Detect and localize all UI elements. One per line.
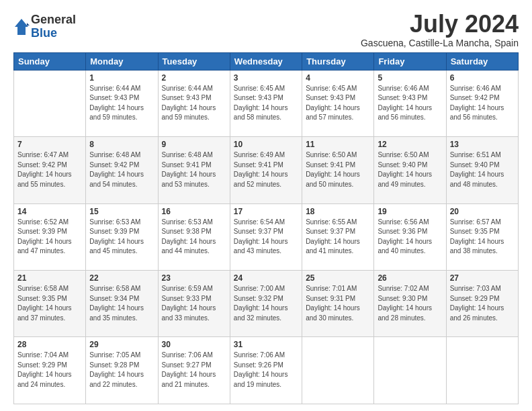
day-number: 19 bbox=[378, 207, 442, 216]
day-number: 1 bbox=[89, 73, 154, 83]
cell-info: Sunrise: 6:58 AM Sunset: 9:34 PM Dayligh… bbox=[89, 284, 154, 323]
calendar-header-row: Sunday Monday Tuesday Wednesday Thursday… bbox=[14, 52, 519, 70]
table-cell: 18Sunrise: 6:55 AM Sunset: 9:37 PM Dayli… bbox=[302, 203, 374, 270]
table-row: 14Sunrise: 6:52 AM Sunset: 9:39 PM Dayli… bbox=[14, 203, 519, 270]
table-cell: 23Sunrise: 6:59 AM Sunset: 9:33 PM Dayli… bbox=[158, 271, 230, 337]
cell-info: Sunrise: 6:44 AM Sunset: 9:43 PM Dayligh… bbox=[162, 84, 226, 123]
table-cell: 28Sunrise: 7:04 AM Sunset: 9:29 PM Dayli… bbox=[14, 337, 86, 404]
main-title: July 2024 bbox=[361, 11, 519, 38]
day-number: 11 bbox=[306, 140, 370, 149]
table-cell: 1Sunrise: 6:44 AM Sunset: 9:43 PM Daylig… bbox=[86, 70, 158, 136]
cell-info: Sunrise: 6:50 AM Sunset: 9:41 PM Dayligh… bbox=[306, 150, 370, 189]
day-number: 29 bbox=[89, 340, 154, 349]
table-cell: 15Sunrise: 6:53 AM Sunset: 9:39 PM Dayli… bbox=[86, 203, 158, 270]
table-cell: 19Sunrise: 6:56 AM Sunset: 9:36 PM Dayli… bbox=[374, 203, 446, 270]
day-number: 26 bbox=[378, 273, 442, 283]
cell-info: Sunrise: 7:06 AM Sunset: 9:26 PM Dayligh… bbox=[234, 351, 298, 390]
day-number: 4 bbox=[306, 73, 370, 83]
logo: General Blue bbox=[13, 13, 76, 40]
logo-general: General bbox=[31, 13, 76, 27]
cell-info: Sunrise: 6:52 AM Sunset: 9:39 PM Dayligh… bbox=[17, 218, 82, 257]
day-number: 21 bbox=[17, 273, 82, 283]
table-cell: 13Sunrise: 6:51 AM Sunset: 9:40 PM Dayli… bbox=[446, 137, 518, 203]
cell-info: Sunrise: 7:04 AM Sunset: 9:29 PM Dayligh… bbox=[17, 351, 82, 390]
day-number: 9 bbox=[162, 140, 226, 149]
table-cell: 12Sunrise: 6:50 AM Sunset: 9:40 PM Dayli… bbox=[374, 137, 446, 203]
cell-info: Sunrise: 6:54 AM Sunset: 9:37 PM Dayligh… bbox=[234, 218, 298, 257]
cell-info: Sunrise: 6:53 AM Sunset: 9:39 PM Dayligh… bbox=[89, 218, 154, 257]
day-number: 22 bbox=[89, 273, 154, 283]
col-friday: Friday bbox=[374, 52, 446, 70]
table-cell: 25Sunrise: 7:01 AM Sunset: 9:31 PM Dayli… bbox=[302, 271, 374, 337]
day-number: 25 bbox=[306, 273, 370, 283]
logo-blue: Blue bbox=[31, 27, 76, 40]
day-number: 2 bbox=[162, 73, 226, 83]
title-area: July 2024 Gascuena, Castille-La Mancha, … bbox=[361, 11, 519, 48]
page: General Blue July 2024 Gascuena, Castill… bbox=[0, 0, 532, 411]
cell-info: Sunrise: 6:47 AM Sunset: 9:42 PM Dayligh… bbox=[17, 150, 82, 189]
day-number: 17 bbox=[234, 207, 298, 216]
table-cell bbox=[302, 337, 374, 404]
day-number: 8 bbox=[89, 140, 154, 149]
cell-info: Sunrise: 6:44 AM Sunset: 9:43 PM Dayligh… bbox=[89, 84, 154, 123]
cell-info: Sunrise: 6:46 AM Sunset: 9:43 PM Dayligh… bbox=[378, 84, 442, 123]
table-cell: 21Sunrise: 6:58 AM Sunset: 9:35 PM Dayli… bbox=[14, 271, 86, 337]
cell-info: Sunrise: 6:48 AM Sunset: 9:41 PM Dayligh… bbox=[162, 150, 226, 189]
logo-text: General Blue bbox=[31, 13, 76, 40]
cell-info: Sunrise: 6:51 AM Sunset: 9:40 PM Dayligh… bbox=[450, 150, 515, 189]
cell-info: Sunrise: 6:53 AM Sunset: 9:38 PM Dayligh… bbox=[162, 218, 226, 257]
col-tuesday: Tuesday bbox=[158, 52, 230, 70]
table-cell: 22Sunrise: 6:58 AM Sunset: 9:34 PM Dayli… bbox=[86, 271, 158, 337]
table-cell: 8Sunrise: 6:48 AM Sunset: 9:42 PM Daylig… bbox=[86, 137, 158, 203]
cell-info: Sunrise: 7:03 AM Sunset: 9:29 PM Dayligh… bbox=[450, 284, 515, 323]
table-cell: 2Sunrise: 6:44 AM Sunset: 9:43 PM Daylig… bbox=[158, 70, 230, 136]
day-number: 7 bbox=[17, 140, 82, 149]
cell-info: Sunrise: 7:06 AM Sunset: 9:27 PM Dayligh… bbox=[162, 351, 226, 390]
cell-info: Sunrise: 6:57 AM Sunset: 9:35 PM Dayligh… bbox=[450, 218, 515, 257]
header: General Blue July 2024 Gascuena, Castill… bbox=[13, 11, 519, 48]
day-number: 15 bbox=[89, 207, 154, 216]
table-cell: 14Sunrise: 6:52 AM Sunset: 9:39 PM Dayli… bbox=[14, 203, 86, 270]
calendar-table: Sunday Monday Tuesday Wednesday Thursday… bbox=[13, 52, 519, 404]
table-cell bbox=[446, 337, 518, 404]
col-saturday: Saturday bbox=[446, 52, 518, 70]
cell-info: Sunrise: 6:45 AM Sunset: 9:43 PM Dayligh… bbox=[306, 84, 370, 123]
table-cell: 27Sunrise: 7:03 AM Sunset: 9:29 PM Dayli… bbox=[446, 271, 518, 337]
table-cell: 7Sunrise: 6:47 AM Sunset: 9:42 PM Daylig… bbox=[14, 137, 86, 203]
table-cell: 11Sunrise: 6:50 AM Sunset: 9:41 PM Dayli… bbox=[302, 137, 374, 203]
col-wednesday: Wednesday bbox=[230, 52, 302, 70]
day-number: 13 bbox=[450, 140, 515, 149]
day-number: 10 bbox=[234, 140, 298, 149]
table-cell: 5Sunrise: 6:46 AM Sunset: 9:43 PM Daylig… bbox=[374, 70, 446, 136]
cell-info: Sunrise: 6:56 AM Sunset: 9:36 PM Dayligh… bbox=[378, 218, 442, 257]
table-cell: 20Sunrise: 6:57 AM Sunset: 9:35 PM Dayli… bbox=[446, 203, 518, 270]
cell-info: Sunrise: 6:49 AM Sunset: 9:41 PM Dayligh… bbox=[234, 150, 298, 189]
day-number: 31 bbox=[234, 340, 298, 349]
cell-info: Sunrise: 6:45 AM Sunset: 9:43 PM Dayligh… bbox=[234, 84, 298, 123]
cell-info: Sunrise: 6:46 AM Sunset: 9:42 PM Dayligh… bbox=[450, 84, 515, 123]
table-row: 7Sunrise: 6:47 AM Sunset: 9:42 PM Daylig… bbox=[14, 137, 519, 203]
table-cell: 9Sunrise: 6:48 AM Sunset: 9:41 PM Daylig… bbox=[158, 137, 230, 203]
day-number: 28 bbox=[17, 340, 82, 349]
cell-info: Sunrise: 7:05 AM Sunset: 9:28 PM Dayligh… bbox=[89, 351, 154, 390]
day-number: 23 bbox=[162, 273, 226, 283]
table-cell: 31Sunrise: 7:06 AM Sunset: 9:26 PM Dayli… bbox=[230, 337, 302, 404]
cell-info: Sunrise: 6:48 AM Sunset: 9:42 PM Dayligh… bbox=[89, 150, 154, 189]
day-number: 18 bbox=[306, 207, 370, 216]
logo-icon bbox=[13, 17, 30, 36]
table-cell: 24Sunrise: 7:00 AM Sunset: 9:32 PM Dayli… bbox=[230, 271, 302, 337]
cell-info: Sunrise: 6:55 AM Sunset: 9:37 PM Dayligh… bbox=[306, 218, 370, 257]
day-number: 5 bbox=[378, 73, 442, 83]
day-number: 6 bbox=[450, 73, 515, 83]
table-cell: 16Sunrise: 6:53 AM Sunset: 9:38 PM Dayli… bbox=[158, 203, 230, 270]
day-number: 3 bbox=[234, 73, 298, 83]
cell-info: Sunrise: 7:01 AM Sunset: 9:31 PM Dayligh… bbox=[306, 284, 370, 323]
day-number: 12 bbox=[378, 140, 442, 149]
table-cell: 29Sunrise: 7:05 AM Sunset: 9:28 PM Dayli… bbox=[86, 337, 158, 404]
svg-marker-0 bbox=[15, 19, 28, 35]
day-number: 16 bbox=[162, 207, 226, 216]
table-cell: 26Sunrise: 7:02 AM Sunset: 9:30 PM Dayli… bbox=[374, 271, 446, 337]
cell-info: Sunrise: 7:00 AM Sunset: 9:32 PM Dayligh… bbox=[234, 284, 298, 323]
table-cell: 30Sunrise: 7:06 AM Sunset: 9:27 PM Dayli… bbox=[158, 337, 230, 404]
table-cell: 10Sunrise: 6:49 AM Sunset: 9:41 PM Dayli… bbox=[230, 137, 302, 203]
